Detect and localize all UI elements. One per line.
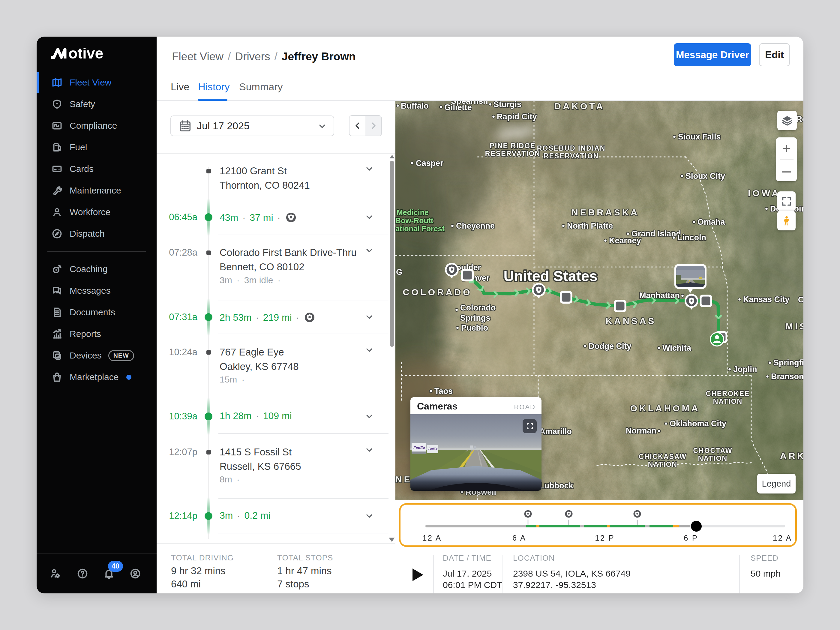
svg-text:CHICKASAW: CHICKASAW	[639, 453, 687, 461]
svg-text:KANSAS: KANSAS	[606, 316, 657, 326]
svg-text:Amarillo: Amarillo	[539, 427, 572, 436]
svg-text:United States: United States	[504, 268, 597, 284]
svg-text:RESERVATION: RESERVATION	[485, 150, 540, 158]
svg-text:Lincoln: Lincoln	[677, 233, 706, 242]
svg-text:Dodge City: Dodge City	[589, 342, 632, 351]
svg-text:COLORADO: COLORADO	[403, 287, 472, 297]
svg-text:C: C	[798, 295, 804, 304]
svg-text:IOWA: IOWA	[748, 188, 780, 198]
svg-text:OKLAHOMA: OKLAHOMA	[630, 403, 700, 413]
svg-text:Pueblo: Pueblo	[461, 324, 488, 332]
svg-text:ational Forest: ational Forest	[395, 224, 445, 233]
svg-text:Colorado: Colorado	[460, 303, 496, 312]
svg-text:NATION: NATION	[698, 455, 728, 462]
svg-text:North Platte: North Platte	[567, 221, 613, 231]
svg-text:Sturgis: Sturgis	[494, 101, 521, 109]
svg-text:MISSOURI: MISSOURI	[785, 321, 804, 331]
svg-text:Ro: Ro	[796, 115, 804, 123]
svg-text:Taos: Taos	[434, 387, 453, 396]
svg-text:Sioux Falls: Sioux Falls	[678, 132, 721, 141]
svg-text:CHEROKEE: CHEROKEE	[706, 390, 750, 398]
svg-text:Bow-Routt: Bow-Routt	[395, 216, 434, 225]
svg-text:Wichita: Wichita	[662, 344, 692, 352]
svg-text:otive: otive	[68, 45, 103, 61]
svg-text:FedEx: FedEx	[414, 445, 425, 450]
svg-text:Oklahoma City: Oklahoma City	[669, 419, 726, 428]
svg-text:NEBRASKA: NEBRASKA	[572, 207, 639, 217]
svg-text:ROSEBUD INDIAN: ROSEBUD INDIAN	[537, 144, 606, 152]
svg-text:Springs: Springs	[460, 314, 491, 322]
svg-text:FedEx: FedEx	[428, 447, 437, 451]
svg-text:G: G	[396, 268, 402, 276]
svg-text:NATION: NATION	[648, 461, 677, 468]
svg-text:RESERVATION: RESERVATION	[543, 152, 599, 160]
svg-text:Springfield: Springfield	[774, 358, 804, 367]
svg-text:Joplin: Joplin	[733, 365, 757, 374]
svg-text:ARKANSAS: ARKANSAS	[780, 451, 804, 461]
svg-text:Spearfish: Spearfish	[451, 101, 488, 106]
svg-text:Sioux City: Sioux City	[685, 172, 725, 181]
svg-text:Norman: Norman	[626, 426, 657, 435]
svg-text:Omaha: Omaha	[698, 218, 725, 226]
svg-text:CHOCTAW: CHOCTAW	[693, 447, 732, 455]
svg-text:Medicine: Medicine	[396, 208, 429, 216]
svg-text:PINE RIDGE: PINE RIDGE	[490, 142, 536, 150]
svg-text:Rapid City: Rapid City	[497, 112, 537, 121]
svg-text:Kansas City: Kansas City	[743, 295, 789, 304]
svg-text:Casper: Casper	[416, 159, 444, 168]
svg-text:Buffalo: Buffalo	[401, 101, 429, 111]
svg-text:Lubbock: Lubbock	[539, 481, 573, 490]
svg-text:Branson: Branson	[771, 372, 804, 381]
svg-text:DAKOTA: DAKOTA	[554, 101, 605, 111]
svg-text:NATION: NATION	[713, 398, 742, 405]
svg-text:Cheyenne: Cheyenne	[456, 221, 495, 231]
svg-text:Kearney: Kearney	[609, 236, 641, 245]
